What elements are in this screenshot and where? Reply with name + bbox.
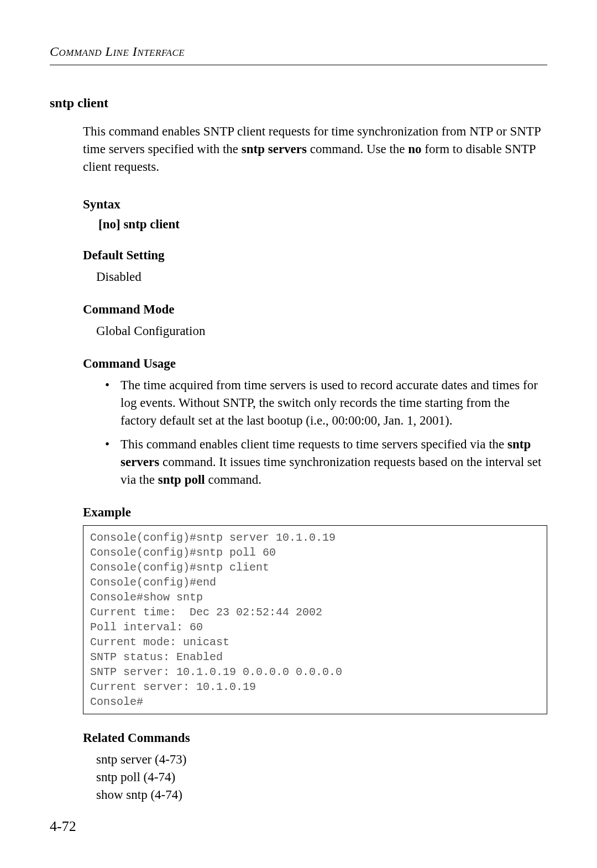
related-commands-list: sntp server (4-73) sntp poll (4-74) show… xyxy=(96,751,547,804)
page-header: Command Line Interface xyxy=(50,44,547,59)
syntax-bracket-close: ] xyxy=(116,217,123,231)
desc-text-2: command. Use the xyxy=(307,142,408,156)
syntax-cmd: sntp client xyxy=(123,217,180,231)
command-mode-value: Global Configuration xyxy=(96,322,547,340)
header-rule xyxy=(50,65,547,65)
desc-bold-1: sntp servers xyxy=(242,142,307,156)
command-mode-heading: Command Mode xyxy=(83,302,547,317)
default-setting-value: Disabled xyxy=(96,268,547,286)
command-usage-heading: Command Usage xyxy=(83,357,547,371)
related-item: sntp poll (4-74) xyxy=(96,768,547,786)
syntax-heading: Syntax xyxy=(83,197,547,212)
related-commands-heading: Related Commands xyxy=(83,731,547,745)
usage-item-2: This command enables client time request… xyxy=(105,436,547,489)
usage-item-1: The time acquired from time servers is u… xyxy=(105,377,547,430)
syntax-content: [no] sntp client xyxy=(98,217,547,232)
desc-bold-2: no xyxy=(408,142,421,156)
usage2-p1: This command enables client time request… xyxy=(121,437,507,451)
command-title: sntp client xyxy=(50,96,547,111)
usage2-b2: sntp poll xyxy=(158,473,205,487)
usage-list: The time acquired from time servers is u… xyxy=(105,377,547,489)
related-item: show sntp (4-74) xyxy=(96,786,547,804)
command-description: This command enables SNTP client request… xyxy=(83,123,547,176)
default-setting-heading: Default Setting xyxy=(83,248,547,263)
related-item: sntp server (4-73) xyxy=(96,751,547,768)
example-code: Console(config)#sntp server 10.1.0.19 Co… xyxy=(83,525,547,714)
usage2-p3: command. xyxy=(205,473,261,487)
example-heading: Example xyxy=(83,505,547,520)
syntax-no: no xyxy=(103,217,116,231)
page-number: 4-72 xyxy=(50,818,76,835)
syntax-bracket-open: [ xyxy=(98,217,103,231)
